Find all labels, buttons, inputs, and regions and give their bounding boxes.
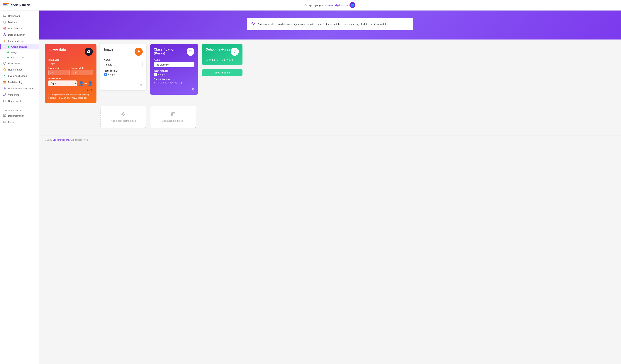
performance-icon	[3, 87, 6, 90]
image-checkbox-row: image	[104, 73, 143, 76]
class-checkbox[interactable]: ✓	[154, 73, 157, 76]
sidebar-item-image[interactable]: Image	[0, 49, 39, 55]
tablet-icon	[3, 20, 6, 24]
svg-rect-0	[3, 15, 6, 16]
svg-marker-22	[122, 112, 125, 116]
check-mark: ✓	[155, 73, 156, 76]
width-input[interactable]	[48, 70, 70, 75]
live-icon	[3, 74, 6, 78]
classification-icon	[187, 48, 194, 56]
resize-label: Resize mode	[48, 78, 93, 80]
layers-icon	[3, 33, 6, 36]
getting-started-label: GETTING STARTED	[0, 107, 39, 113]
save-impulse-button[interactable]: Save Impulse	[202, 69, 242, 76]
resize-action-btn[interactable]: ⇅	[86, 88, 89, 91]
delete-card-btn[interactable]: 🗑	[90, 88, 93, 91]
class-name-label: Name	[154, 59, 194, 61]
sidebar-item-create-impulse[interactable]: Create impulse	[0, 44, 39, 49]
retrain-icon	[3, 68, 6, 71]
dimensions-row: Image width Image height	[48, 67, 93, 75]
classification-title: Classification (Keras)	[154, 48, 187, 55]
height-input[interactable]	[71, 70, 93, 75]
image-card-header: Image	[104, 48, 143, 56]
svg-marker-12	[3, 68, 6, 71]
classification-header: Classification (Keras)	[154, 48, 194, 56]
blocks-row: Image data Input axes image Image width	[45, 44, 615, 103]
resize-select[interactable]: Squash Fit short axis Fit long axis Crop	[48, 80, 77, 86]
learning-block-icon	[171, 112, 175, 118]
image-data-title: Image data	[48, 48, 66, 51]
image-dot	[7, 51, 9, 53]
zap-icon	[3, 39, 6, 43]
sidebar-item-eon-tuner[interactable]: EON Tuner	[0, 60, 39, 66]
svg-point-10	[3, 62, 6, 64]
processing-block-icon	[121, 112, 125, 118]
svg-point-6	[4, 28, 5, 29]
output-features-value: 10 (0, 1, 2, 3, 4, 5, 6, 7, 8, 9)	[154, 81, 194, 84]
sidebar-item-nn-classifier[interactable]: NN Classifier	[0, 55, 39, 60]
image-delete-btn[interactable]: 🗑	[140, 83, 143, 87]
sidebar-item-performance[interactable]: Performance calibration	[0, 85, 39, 92]
resize-row: Squash Fit short axis Fit long axis Crop…	[48, 80, 93, 86]
add-blocks-row: Add a processing block Add a learning bl…	[100, 106, 615, 128]
eon-icon	[3, 62, 6, 65]
add-processing-label: Add a processing block	[111, 119, 136, 122]
sidebar-item-forums[interactable]: Forums	[0, 119, 39, 125]
sidebar-item-deployment[interactable]: Deployment	[0, 98, 39, 104]
output-card: Output features ✓ 10 (0, 1, 2, 3, 4, 5, …	[202, 44, 242, 65]
class-delete-btn[interactable]: 🗑	[191, 88, 194, 91]
input-features-label: Input features	[154, 70, 194, 72]
logo-icon	[3, 3, 9, 7]
output-features-text: 10 (0, 1, 2, 3, 4, 5, 6, 7, 8, 9)	[206, 59, 239, 61]
image-checkbox[interactable]	[104, 73, 107, 76]
class-footer: 🗑	[154, 88, 194, 91]
class-feature-label: Image	[158, 73, 165, 76]
sidebar-item-data-sources[interactable]: Data sources	[0, 25, 39, 32]
image-checkbox-label: image	[108, 73, 115, 76]
sidebar-item-versioning[interactable]: Versioning	[0, 92, 39, 98]
banner-text: An impulse takes raw data, uses signal p…	[258, 23, 388, 26]
card-actions: ⇅ 🗑	[48, 88, 93, 91]
content-area: An impulse takes raw data, uses signal p…	[39, 11, 621, 364]
sidebar-item-live-classification[interactable]: Live classification	[0, 73, 39, 79]
sidebar-item-data-acquisition[interactable]: Data acquisition	[0, 32, 39, 38]
class-checkbox-row: ✓ Image	[154, 73, 194, 76]
classification-card: Classification (Keras) Name Input featur…	[150, 44, 198, 95]
add-learning-block[interactable]: Add a learning block	[150, 106, 196, 128]
sidebar-item-impulse-design[interactable]: Impulse design	[0, 38, 39, 44]
sidebar-item-retrain[interactable]: Retrain model	[0, 66, 39, 73]
banner-icon	[251, 22, 255, 27]
image-card-footer: 🗑	[104, 83, 143, 87]
input-axes-value: image	[48, 62, 93, 65]
add-processing-block[interactable]: Add a processing block	[100, 106, 146, 128]
svg-marker-9	[3, 40, 6, 42]
logo[interactable]: EDGE IMPULSE	[0, 0, 39, 11]
output-title: Output features	[206, 48, 230, 51]
footer-company-link[interactable]: EdgeImpulse Inc.	[52, 139, 70, 141]
height-label: Image height	[71, 67, 93, 69]
warning-text: ℹ For optimal accuracy with transfer lea…	[48, 93, 93, 99]
sidebar-item-devices[interactable]: Devices	[0, 19, 39, 25]
image-data-card: Image data Input axes image Image width	[45, 44, 97, 103]
output-icon: ✓	[231, 48, 239, 56]
forums-icon	[3, 120, 6, 124]
sidebar-item-documentation[interactable]: Documentation	[0, 113, 39, 119]
output-header: Output features ✓	[206, 48, 239, 56]
footer-rights: All rights reserved	[70, 139, 88, 141]
resize-icon: 👤→👤	[79, 81, 93, 86]
sidebar-item-dashboard[interactable]: Dashboard	[0, 13, 39, 19]
input-axes-label: Input axes	[48, 59, 93, 61]
user-avatar[interactable]: 🌐	[349, 2, 355, 8]
image-name-input[interactable]	[104, 62, 143, 67]
logo-text: EDGE IMPULSE	[11, 4, 30, 7]
height-group: Image height	[71, 67, 93, 75]
versioning-icon	[3, 93, 6, 96]
sidebar-nav: Dashboard Devices Data sources Data acqu…	[0, 11, 39, 364]
main-content: George Igwegbe / smart-digital-meter 🌐 A…	[39, 0, 621, 364]
topbar-separator: /	[325, 4, 326, 7]
banner-section: An impulse takes raw data, uses signal p…	[39, 11, 621, 39]
svg-point-7	[4, 28, 5, 29]
docs-icon	[3, 114, 6, 117]
class-name-input[interactable]	[154, 62, 194, 67]
sidebar-item-model-testing[interactable]: Model testing	[0, 79, 39, 85]
